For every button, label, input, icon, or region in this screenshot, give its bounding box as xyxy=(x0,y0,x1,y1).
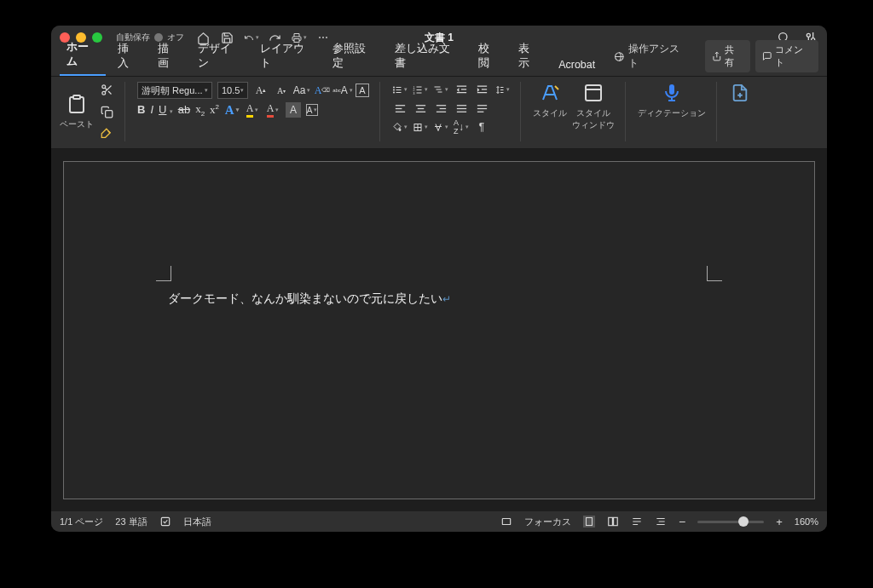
dictation-icon[interactable] xyxy=(661,82,683,104)
svg-rect-48 xyxy=(161,517,169,525)
svg-rect-21 xyxy=(435,86,441,87)
paste-label: ペースト xyxy=(60,118,94,130)
decrease-indent-icon[interactable] xyxy=(454,82,469,97)
svg-point-7 xyxy=(101,91,105,95)
enclose-char-icon[interactable]: A xyxy=(356,84,369,97)
svg-rect-35 xyxy=(415,111,425,112)
svg-rect-38 xyxy=(436,111,445,112)
view-print-icon[interactable] xyxy=(583,516,595,527)
svg-rect-41 xyxy=(456,111,465,112)
styles-label: スタイル xyxy=(533,107,567,119)
cut-icon[interactable] xyxy=(99,82,114,97)
svg-rect-20 xyxy=(417,92,422,93)
view-outline-icon[interactable] xyxy=(655,516,667,527)
underline-button[interactable]: U ▾ xyxy=(159,103,173,117)
svg-rect-49 xyxy=(502,519,510,525)
format-painter-icon[interactable] xyxy=(99,126,114,141)
highlight-icon[interactable]: A xyxy=(245,102,260,118)
char-shading-icon[interactable]: A xyxy=(286,102,301,118)
document-body-text[interactable]: ダークモード、なんか馴染まないので元に戻したい↵ xyxy=(168,291,451,307)
borders-icon[interactable] xyxy=(413,119,428,135)
paste-icon[interactable] xyxy=(66,93,88,115)
page[interactable]: ダークモード、なんか馴染まないので元に戻したい↵ xyxy=(63,161,815,499)
spellcheck-icon[interactable] xyxy=(159,516,171,527)
shading-icon[interactable] xyxy=(392,119,408,135)
svg-point-10 xyxy=(393,89,395,90)
phonetic-guide-icon[interactable]: abcA xyxy=(335,83,350,98)
comments-button[interactable]: コメント xyxy=(755,40,818,72)
tab-design[interactable]: デザイン xyxy=(191,37,248,76)
share-button[interactable]: 共有 xyxy=(705,40,750,72)
svg-point-6 xyxy=(101,84,105,88)
view-read-icon[interactable] xyxy=(607,516,619,527)
bold-button[interactable]: B xyxy=(137,103,145,117)
tab-references[interactable]: 参照設定 xyxy=(326,37,383,76)
tab-view[interactable]: 表示 xyxy=(512,37,546,76)
font-family-select[interactable]: 游明朝 Regu... xyxy=(137,82,212,99)
align-left-icon[interactable] xyxy=(392,101,408,116)
focus-label[interactable]: フォーカス xyxy=(524,516,571,528)
line-spacing-icon[interactable] xyxy=(494,82,510,97)
focus-icon[interactable] xyxy=(500,516,512,527)
svg-rect-36 xyxy=(436,105,445,106)
tab-review[interactable]: 校閲 xyxy=(471,37,506,76)
svg-rect-13 xyxy=(396,89,402,90)
zoom-out-button[interactable]: − xyxy=(679,515,685,528)
zoom-level[interactable]: 160% xyxy=(795,516,818,527)
svg-rect-26 xyxy=(456,92,465,93)
justify-icon[interactable] xyxy=(454,101,469,116)
show-marks-icon[interactable]: ¶ xyxy=(474,119,489,135)
view-web-icon[interactable] xyxy=(631,516,643,527)
tab-acrobat[interactable]: Acrobat xyxy=(552,54,602,76)
copy-icon[interactable] xyxy=(99,104,114,119)
share-file-icon[interactable] xyxy=(729,82,751,104)
align-center-icon[interactable] xyxy=(413,101,428,116)
document-area: ダークモード、なんか馴染まないので元に戻したい↵ xyxy=(51,149,827,511)
ribbon-tabs: ホーム 挿入 描画 デザイン レイアウト 参照設定 差し込み文書 校閲 表示 A… xyxy=(51,49,827,77)
zoom-in-button[interactable]: + xyxy=(776,516,783,528)
svg-rect-5 xyxy=(73,95,80,99)
grow-font-icon[interactable]: A▴ xyxy=(253,83,269,98)
styles-window-icon[interactable] xyxy=(582,82,604,104)
font-color-icon[interactable]: A xyxy=(265,102,280,118)
text-effects-icon[interactable]: A xyxy=(224,102,240,118)
tab-layout[interactable]: レイアウト xyxy=(253,37,321,76)
superscript-button[interactable]: x2 xyxy=(210,103,219,117)
zoom-slider[interactable] xyxy=(697,521,764,523)
styles-icon[interactable] xyxy=(539,82,561,104)
svg-rect-28 xyxy=(481,89,486,89)
tab-draw[interactable]: 描画 xyxy=(151,37,186,76)
tab-insert[interactable]: 挿入 xyxy=(111,37,146,76)
tell-me[interactable]: 操作アシスト xyxy=(607,37,695,76)
font-size-select[interactable]: 10.5 xyxy=(217,82,248,99)
language-label[interactable]: 日本語 xyxy=(183,516,211,528)
sort-icon[interactable]: AZ↓ xyxy=(454,119,469,135)
clear-format-icon[interactable]: A⌫ xyxy=(315,83,330,98)
shrink-font-icon[interactable]: A▾ xyxy=(274,83,289,98)
increase-indent-icon[interactable] xyxy=(474,82,489,97)
numbering-icon[interactable]: 123 xyxy=(413,82,428,97)
svg-rect-14 xyxy=(396,92,402,93)
svg-rect-24 xyxy=(456,85,465,86)
subscript-button[interactable]: x2 xyxy=(195,102,205,118)
change-case-icon[interactable]: Aa xyxy=(294,83,309,98)
char-border-icon[interactable]: A xyxy=(306,104,318,116)
strikethrough-button[interactable]: ab xyxy=(178,103,190,117)
tab-home[interactable]: ホーム xyxy=(60,35,106,76)
word-count[interactable]: 23 単語 xyxy=(115,516,147,528)
clipboard-group: ペースト xyxy=(60,82,125,141)
svg-rect-18 xyxy=(417,86,422,87)
align-right-icon[interactable] xyxy=(433,101,448,116)
paragraph-mark-icon: ↵ xyxy=(442,293,451,305)
asian-layout-icon[interactable] xyxy=(433,119,448,135)
distributed-icon[interactable] xyxy=(474,101,489,116)
font-group: 游明朝 Regu... 10.5 A▴ A▾ Aa A⌫ abcA A B I … xyxy=(137,82,380,141)
bullets-icon[interactable] xyxy=(392,82,408,97)
italic-button[interactable]: I xyxy=(150,103,153,117)
multilevel-list-icon[interactable] xyxy=(433,82,448,97)
svg-rect-42 xyxy=(477,105,486,106)
svg-rect-25 xyxy=(460,89,465,89)
svg-rect-12 xyxy=(396,87,402,88)
page-count[interactable]: 1/1 ページ xyxy=(60,516,103,528)
document-title: 文書 1 xyxy=(425,31,454,45)
